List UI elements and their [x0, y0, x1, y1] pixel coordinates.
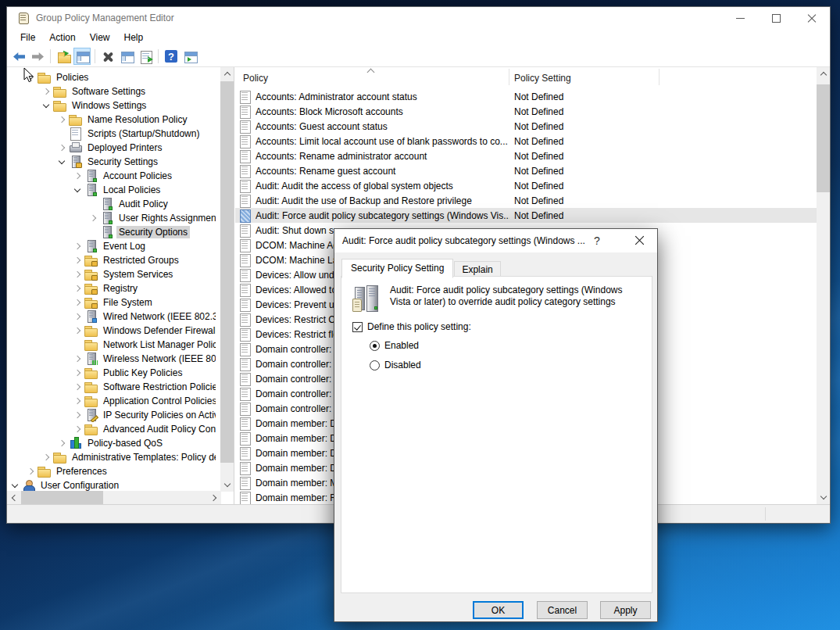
chevron-right-icon[interactable] — [74, 397, 80, 403]
delete-x-icon[interactable] — [99, 48, 116, 65]
menu-view[interactable]: View — [83, 30, 117, 45]
tree-item-system-services[interactable]: System Services — [7, 267, 216, 281]
tree-item-audit-policy[interactable]: Audit Policy — [7, 197, 216, 211]
tree-item-ip-security-policies-on-active[interactable]: IP Security Policies on Active — [7, 408, 216, 422]
chevron-right-icon[interactable] — [74, 369, 80, 375]
scrollbar-thumb[interactable] — [220, 81, 234, 463]
tree-item-security-settings[interactable]: Security Settings — [7, 155, 216, 169]
tree-item-restricted-groups[interactable]: Restricted Groups — [7, 253, 216, 267]
chevron-right-icon[interactable] — [74, 299, 80, 305]
chevron-right-icon[interactable] — [74, 285, 80, 291]
scroll-up-button[interactable] — [220, 67, 234, 81]
chevron-right-icon[interactable] — [59, 144, 65, 150]
tree-item-preferences[interactable]: Preferences — [7, 464, 216, 478]
tree-item-software-restriction-policies[interactable]: Software Restriction Policies — [7, 380, 216, 394]
chevron-right-icon[interactable] — [74, 242, 80, 249]
chevron-right-icon[interactable] — [27, 467, 34, 474]
scrollbar-thumb[interactable] — [817, 84, 830, 192]
tree-item-registry[interactable]: Registry — [7, 281, 216, 295]
scrollbar-thumb[interactable] — [21, 491, 103, 504]
chevron-down-icon[interactable] — [74, 185, 80, 192]
policy-row[interactable]: Accounts: Limit local account use of bla… — [235, 134, 817, 149]
ok-button[interactable]: OK — [473, 601, 524, 619]
tab-security-policy-setting[interactable]: Security Policy Setting — [341, 259, 453, 278]
radio-disabled[interactable] — [370, 360, 380, 370]
chevron-right-icon[interactable] — [74, 327, 80, 333]
dialog-close-button[interactable] — [622, 229, 657, 252]
chevron-right-icon[interactable] — [59, 439, 65, 446]
scroll-down-button[interactable] — [817, 491, 830, 504]
tree-item-windows-settings[interactable]: Windows Settings — [7, 98, 216, 113]
chevron-right-icon[interactable] — [74, 313, 80, 319]
menu-action[interactable]: Action — [42, 30, 82, 45]
forward-arrow-icon[interactable] — [29, 48, 46, 65]
tree-item-policies[interactable]: Policies — [7, 70, 216, 84]
tree-item-user-rights-assignment[interactable]: User Rights Assignment — [7, 211, 216, 225]
policy-row[interactable]: Audit: Audit the access of global system… — [235, 178, 817, 193]
scroll-right-button[interactable] — [208, 491, 221, 504]
tree-item-policy-based-qos[interactable]: Policy-based QoS — [7, 436, 216, 450]
apply-button[interactable]: Apply — [600, 601, 651, 619]
tree-item-software-settings[interactable]: Software Settings — [7, 84, 216, 98]
list-vertical-scrollbar[interactable] — [817, 67, 830, 504]
chevron-right-icon[interactable] — [43, 453, 49, 460]
chevron-down-icon[interactable] — [59, 157, 65, 163]
maximize-button[interactable] — [758, 7, 794, 29]
tree-item-advanced-audit-policy-confi[interactable]: Advanced Audit Policy Confi — [7, 422, 216, 436]
chevron-down-icon[interactable] — [12, 481, 18, 487]
export-list-icon[interactable] — [137, 48, 154, 65]
tree-item-wireless-network-ieee-802-1[interactable]: Wireless Network (IEEE 802.1 — [7, 352, 216, 366]
chevron-right-icon[interactable] — [90, 214, 96, 220]
chevron-right-icon[interactable] — [74, 383, 80, 389]
tree-item-windows-defender-firewall-v[interactable]: Windows Defender Firewall v — [7, 324, 216, 338]
tree-item-name-resolution-policy[interactable]: Name Resolution Policy — [7, 113, 216, 127]
chevron-right-icon[interactable] — [59, 116, 65, 122]
tree-item-public-key-policies[interactable]: Public Key Policies — [7, 366, 216, 380]
tree-item-administrative-templates-policy-de[interactable]: Administrative Templates: Policy de — [7, 450, 216, 464]
tree-item-deployed-printers[interactable]: Deployed Printers — [7, 141, 216, 155]
tree-item-application-control-policies[interactable]: Application Control Policies — [7, 394, 216, 408]
define-policy-checkbox[interactable] — [352, 322, 363, 332]
scroll-down-button[interactable] — [220, 478, 234, 492]
radio-enabled[interactable] — [370, 341, 380, 351]
chevron-right-icon[interactable] — [74, 425, 80, 431]
policy-row[interactable]: Accounts: Block Microsoft accountsNot De… — [235, 104, 817, 119]
policy-row[interactable]: Accounts: Guest account statusNot Define… — [235, 119, 817, 134]
dialog-title-bar[interactable]: Audit: Force audit policy subcategory se… — [334, 229, 657, 252]
tree-horizontal-scrollbar[interactable] — [7, 491, 221, 504]
up-one-level-folder-icon[interactable] — [55, 48, 72, 65]
chevron-right-icon[interactable] — [74, 270, 80, 277]
show-console-tree-icon[interactable] — [73, 48, 91, 65]
tree-item-wired-network-ieee-802-3-p[interactable]: Wired Network (IEEE 802.3) P — [7, 310, 216, 324]
help-icon[interactable] — [163, 48, 180, 65]
tree-item-local-policies[interactable]: Local Policies — [7, 183, 216, 197]
tree-item-network-list-manager-policie[interactable]: Network List Manager Policie — [7, 338, 216, 352]
policy-row[interactable]: Accounts: Rename administrator accountNo… — [235, 149, 817, 163]
tree-item-security-options[interactable]: Security Options — [7, 225, 216, 239]
column-header-policy-setting[interactable]: Policy Setting — [514, 73, 571, 84]
policy-row[interactable]: Audit: Force audit policy subcategory se… — [235, 208, 817, 223]
tree-vertical-scrollbar[interactable] — [220, 67, 234, 492]
properties-icon[interactable] — [118, 48, 135, 65]
tree-item-event-log[interactable]: Event Log — [7, 239, 216, 253]
title-bar[interactable]: Group Policy Management Editor — [7, 7, 830, 29]
dialog-help-button[interactable]: ? — [582, 229, 612, 252]
menu-file[interactable]: File — [13, 30, 42, 45]
chevron-right-icon[interactable] — [74, 172, 80, 178]
cancel-button[interactable]: Cancel — [537, 601, 588, 619]
chevron-right-icon[interactable] — [74, 256, 80, 263]
tree-item-account-policies[interactable]: Account Policies — [7, 169, 216, 183]
column-divider[interactable] — [509, 69, 509, 85]
minimize-button[interactable] — [722, 7, 758, 29]
column-header-policy[interactable]: Policy — [243, 73, 268, 84]
tree-item-file-system[interactable]: File System — [7, 295, 216, 310]
policy-row[interactable]: Accounts: Administrator account statusNo… — [235, 89, 817, 104]
back-arrow-icon[interactable] — [10, 48, 27, 65]
chevron-right-icon[interactable] — [74, 355, 80, 361]
policy-row[interactable]: Audit: Audit the use of Backup and Resto… — [235, 193, 817, 208]
scroll-left-button[interactable] — [7, 491, 20, 504]
menu-help[interactable]: Help — [117, 30, 151, 45]
policy-row[interactable]: Accounts: Rename guest accountNot Define… — [235, 163, 817, 178]
chevron-down-icon[interactable] — [43, 101, 49, 107]
scroll-up-button[interactable] — [817, 67, 830, 81]
